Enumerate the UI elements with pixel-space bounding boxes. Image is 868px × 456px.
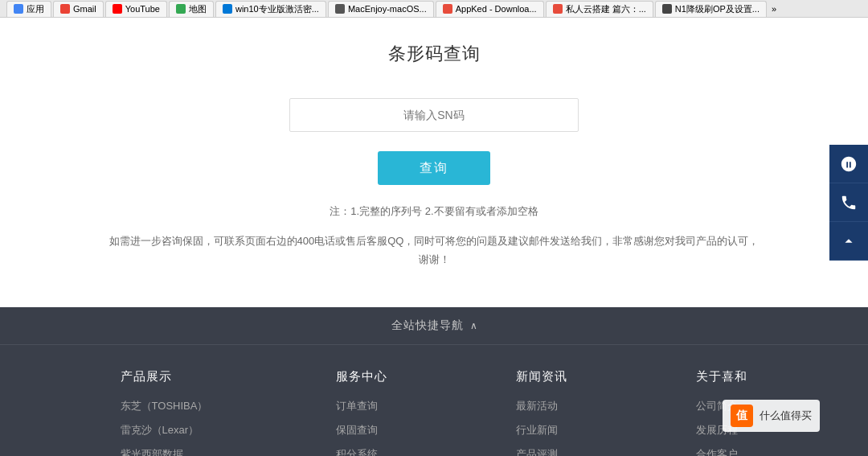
footer-col-products-heading: 产品展示 [121,369,208,384]
main-content: 条形码查询 查询 注：1.完整的序列号 2.不要留有或者添加空格 如需进一步咨询… [0,18,868,307]
footer-nav-header: 全站快捷导航 ∧ [0,307,868,345]
footer-col-news-list: 最新活动 行业新闻 产品评测 [516,399,567,456]
tab-cloud[interactable]: 私人云搭建 篇六：... [546,1,653,17]
browser-tab-bar: 应用 Gmail YouTube 地图 win10专业版激活密... MacEn… [0,0,868,18]
desc-text: 如需进一步咨询保固，可联系页面右边的400电话或售后客服QQ，同时可将您的问题及… [104,232,764,269]
phone-icon [840,194,858,212]
footer-column-news: 新闻资讯 最新活动 行业新闻 产品评测 [516,369,567,456]
news-link-3[interactable]: 产品评测 [516,448,558,456]
tab-gmail-label: Gmail [73,4,96,14]
tab-list: 应用 Gmail YouTube 地图 win10专业版激活密... MacEn… [6,1,780,17]
sn-input[interactable] [289,98,579,132]
cloud-favicon [553,4,563,14]
footer-col-service-heading: 服务中心 [336,369,387,384]
qq-icon [840,155,858,173]
tab-n1-label: N1降级刷OP及设置... [675,3,760,15]
list-item[interactable]: 东芝（TOSHIBA） [121,399,208,413]
list-item[interactable]: 产品评测 [516,447,567,456]
tab-youtube[interactable]: YouTube [105,1,167,17]
footer-column-service: 服务中心 订单查询 保固查询 积分系统 [336,369,387,456]
apps-favicon [14,4,23,14]
tab-appked-label: AppKed - Downloa... [456,4,537,14]
sidebar-float [829,145,868,261]
tab-appked[interactable]: AppKed - Downloa... [436,1,544,17]
footer-col-service-list: 订单查询 保固查询 积分系统 [336,399,387,456]
tab-cloud-label: 私人云搭建 篇六：... [566,3,646,15]
youtube-favicon [113,4,122,14]
tab-maps[interactable]: 地图 [169,1,214,17]
footer-nav-title: 全站快捷导航 [391,318,464,333]
watermark-icon: 值 [731,405,753,427]
query-button[interactable]: 查询 [378,151,490,185]
footer-col-news-heading: 新闻资讯 [516,369,567,384]
list-item[interactable]: 合作客户 [696,447,747,456]
list-item[interactable]: 保固查询 [336,423,387,438]
qq-button[interactable] [829,145,868,183]
watermark-icon-text: 值 [736,409,747,423]
list-item[interactable]: 行业新闻 [516,423,567,438]
list-item[interactable]: 雷克沙（Lexar） [121,423,208,438]
footer: 全站快捷导航 ∧ 产品展示 东芝（TOSHIBA） 雷克沙（Lexar） 紫光西… [0,307,868,456]
scroll-up-button[interactable] [829,222,868,261]
news-link-2[interactable]: 行业新闻 [516,424,558,436]
footer-col-products-list: 东芝（TOSHIBA） 雷克沙（Lexar） 紫光西部数据 [121,399,208,456]
service-link-2[interactable]: 保固查询 [336,424,378,436]
product-link-1[interactable]: 东芝（TOSHIBA） [121,400,208,412]
tab-n1[interactable]: N1降级刷OP及设置... [655,1,767,17]
footer-column-products: 产品展示 东芝（TOSHIBA） 雷克沙（Lexar） 紫光西部数据 [121,369,208,456]
more-tabs-button[interactable]: » [768,4,780,14]
news-link-1[interactable]: 最新活动 [516,400,558,412]
service-link-3[interactable]: 积分系统 [336,448,378,456]
watermark-label: 什么值得买 [760,409,812,423]
tab-win10[interactable]: win10专业版激活密... [215,1,326,17]
maps-favicon [176,4,186,14]
list-item[interactable]: 最新活动 [516,399,567,413]
footer-col-about-heading: 关于喜和 [696,369,747,384]
n1-favicon [662,4,672,14]
macenjoy-favicon [335,4,345,14]
tab-maps-label: 地图 [189,3,207,15]
list-item[interactable]: 积分系统 [336,447,387,456]
product-link-2[interactable]: 雷克沙（Lexar） [121,424,199,436]
tab-macenjoy[interactable]: MacEnjoy-macOS... [328,1,434,17]
watermark: 值 什么值得买 [723,400,820,432]
page-title: 条形码查询 [388,42,481,66]
phone-button[interactable] [829,183,868,222]
win10-favicon [223,4,232,14]
list-item[interactable]: 紫光西部数据 [121,447,208,456]
note-text: 注：1.完整的序列号 2.不要留有或者添加空格 [330,204,538,219]
chevron-up-icon [840,232,858,250]
tab-win10-label: win10专业版激活密... [235,3,319,15]
service-link-1[interactable]: 订单查询 [336,400,378,412]
about-link-3[interactable]: 合作客户 [696,448,738,456]
tab-youtube-label: YouTube [125,4,160,14]
tab-apps-label: 应用 [27,3,44,15]
list-item[interactable]: 订单查询 [336,399,387,413]
footer-nav-arrow-icon[interactable]: ∧ [470,320,477,331]
tab-apps[interactable]: 应用 [6,1,51,17]
appked-favicon [443,4,452,14]
tab-gmail[interactable]: Gmail [53,1,104,17]
product-link-3[interactable]: 紫光西部数据 [121,448,183,456]
gmail-favicon [60,4,70,14]
tab-macenjoy-label: MacEnjoy-macOS... [348,4,427,14]
